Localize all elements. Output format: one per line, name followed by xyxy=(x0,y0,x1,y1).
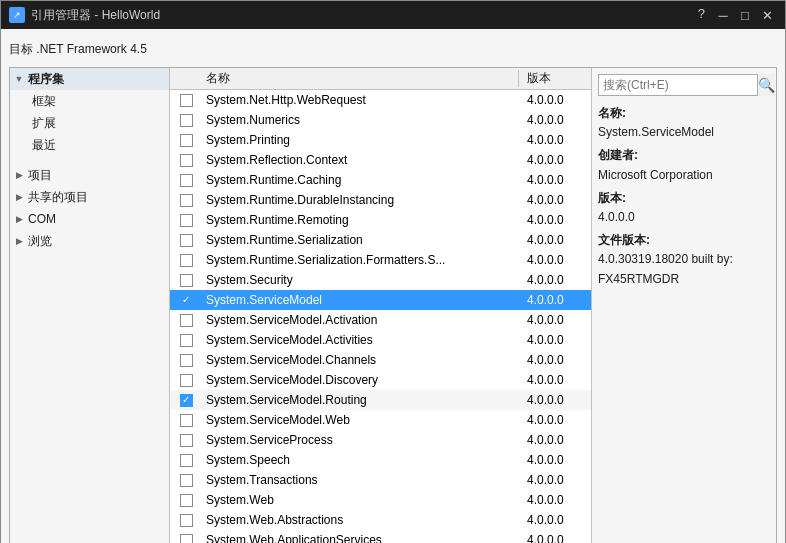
list-row[interactable]: ✓System.ServiceModel.Routing4.0.0.0 xyxy=(170,390,591,410)
list-row[interactable]: System.Security4.0.0.0 xyxy=(170,270,591,290)
row-name: System.Web xyxy=(202,493,519,507)
sidebar-label-com: COM xyxy=(28,212,56,226)
row-version: 4.0.0.0 xyxy=(519,353,591,367)
sidebar: ▼ 程序集 框架 扩展 最近 ▶ 项目 ▶ xyxy=(10,68,170,543)
sidebar-label-assemblies: 程序集 xyxy=(28,71,64,88)
list-row[interactable]: System.Net.Http.WebRequest4.0.0.0 xyxy=(170,90,591,110)
sidebar-label-browse: 浏览 xyxy=(28,233,52,250)
row-version: 4.0.0.0 xyxy=(519,113,591,127)
row-version: 4.0.0.0 xyxy=(519,153,591,167)
row-name: System.Runtime.Caching xyxy=(202,173,519,187)
row-version: 4.0.0.0 xyxy=(519,253,591,267)
list-row[interactable]: ✓System.ServiceModel4.0.0.0 xyxy=(170,290,591,310)
row-version: 4.0.0.0 xyxy=(519,293,591,307)
list-row[interactable]: System.Runtime.Serialization.Formatters.… xyxy=(170,250,591,270)
list-row[interactable]: System.Runtime.Remoting4.0.0.0 xyxy=(170,210,591,230)
checkbox-box xyxy=(180,254,193,267)
row-checkbox[interactable] xyxy=(170,174,202,187)
row-checkbox[interactable] xyxy=(170,354,202,367)
list-header: 名称 版本 xyxy=(170,68,591,90)
row-checkbox[interactable] xyxy=(170,454,202,467)
list-row[interactable]: System.Web.Abstractions4.0.0.0 xyxy=(170,510,591,530)
list-row[interactable]: System.ServiceModel.Activities4.0.0.0 xyxy=(170,330,591,350)
list-row[interactable]: System.Speech4.0.0.0 xyxy=(170,450,591,470)
row-checkbox[interactable] xyxy=(170,114,202,127)
sidebar-item-assemblies[interactable]: ▼ 程序集 xyxy=(10,68,169,90)
sidebar-item-com[interactable]: ▶ COM xyxy=(10,208,169,230)
row-checkbox[interactable]: ✓ xyxy=(170,294,202,307)
list-row[interactable]: System.Web4.0.0.0 xyxy=(170,490,591,510)
search-input[interactable] xyxy=(599,78,757,92)
sidebar-item-projects[interactable]: ▶ 项目 xyxy=(10,164,169,186)
checkbox-box xyxy=(180,214,193,227)
list-row[interactable]: System.ServiceModel.Discovery4.0.0.0 xyxy=(170,370,591,390)
row-version: 4.0.0.0 xyxy=(519,533,591,543)
row-name: System.Net.Http.WebRequest xyxy=(202,93,519,107)
row-checkbox[interactable] xyxy=(170,374,202,387)
row-checkbox[interactable] xyxy=(170,194,202,207)
row-checkbox[interactable] xyxy=(170,254,202,267)
close-button[interactable]: ✕ xyxy=(757,6,777,24)
row-checkbox[interactable]: ✓ xyxy=(170,394,202,407)
row-checkbox[interactable] xyxy=(170,434,202,447)
list-row[interactable]: System.ServiceProcess4.0.0.0 xyxy=(170,430,591,450)
sidebar-item-extensions[interactable]: 扩展 xyxy=(10,112,169,134)
sidebar-item-framework[interactable]: 框架 xyxy=(10,90,169,112)
row-checkbox[interactable] xyxy=(170,94,202,107)
checkbox-box xyxy=(180,334,193,347)
maximize-button[interactable]: □ xyxy=(735,6,755,24)
list-row[interactable]: System.ServiceModel.Channels4.0.0.0 xyxy=(170,350,591,370)
row-checkbox[interactable] xyxy=(170,134,202,147)
checkbox-box xyxy=(180,434,193,447)
list-row[interactable]: System.Transactions4.0.0.0 xyxy=(170,470,591,490)
list-row[interactable]: System.Web.ApplicationServices4.0.0.0 xyxy=(170,530,591,543)
row-version: 4.0.0.0 xyxy=(519,213,591,227)
checkbox-box xyxy=(180,94,193,107)
list-row[interactable]: System.Printing4.0.0.0 xyxy=(170,130,591,150)
row-name: System.ServiceModel.Discovery xyxy=(202,373,519,387)
list-row[interactable]: System.ServiceModel.Activation4.0.0.0 xyxy=(170,310,591,330)
checkbox-box xyxy=(180,354,193,367)
detail-version-label: 版本: xyxy=(598,189,770,208)
row-checkbox[interactable] xyxy=(170,474,202,487)
row-name: System.Speech xyxy=(202,453,519,467)
row-checkbox[interactable] xyxy=(170,334,202,347)
chevron-shared-icon: ▶ xyxy=(14,192,24,202)
chevron-com-icon: ▶ xyxy=(14,214,24,224)
right-panel: 🔍 名称: System.ServiceModel 创建者: Microsoft… xyxy=(591,68,776,543)
row-checkbox[interactable] xyxy=(170,234,202,247)
checkbox-box xyxy=(180,374,193,387)
list-row[interactable]: System.Reflection.Context4.0.0.0 xyxy=(170,150,591,170)
list-row[interactable]: System.Runtime.DurableInstancing4.0.0.0 xyxy=(170,190,591,210)
list-body[interactable]: System.Net.Http.WebRequest4.0.0.0System.… xyxy=(170,90,591,543)
detail-creator-value: Microsoft Corporation xyxy=(598,166,770,185)
list-row[interactable]: System.ServiceModel.Web4.0.0.0 xyxy=(170,410,591,430)
sidebar-label-extensions: 扩展 xyxy=(32,115,56,132)
row-name: System.ServiceProcess xyxy=(202,433,519,447)
row-checkbox[interactable] xyxy=(170,514,202,527)
checkbox-box xyxy=(180,314,193,327)
list-row[interactable]: System.Numerics4.0.0.0 xyxy=(170,110,591,130)
row-checkbox[interactable] xyxy=(170,274,202,287)
list-row[interactable]: System.Runtime.Caching4.0.0.0 xyxy=(170,170,591,190)
detail-section: 名称: System.ServiceModel 创建者: Microsoft C… xyxy=(598,104,770,293)
detail-name-value: System.ServiceModel xyxy=(598,123,770,142)
row-checkbox[interactable] xyxy=(170,534,202,544)
row-checkbox[interactable] xyxy=(170,494,202,507)
sidebar-item-recent[interactable]: 最近 xyxy=(10,134,169,156)
row-name: System.Printing xyxy=(202,133,519,147)
sidebar-label-shared: 共享的项目 xyxy=(28,189,88,206)
sidebar-item-shared[interactable]: ▶ 共享的项目 xyxy=(10,186,169,208)
row-checkbox[interactable] xyxy=(170,314,202,327)
row-name: System.Web.Abstractions xyxy=(202,513,519,527)
row-version: 4.0.0.0 xyxy=(519,413,591,427)
sidebar-item-browse[interactable]: ▶ 浏览 xyxy=(10,230,169,252)
search-bar: 🔍 xyxy=(598,74,770,96)
row-checkbox[interactable] xyxy=(170,154,202,167)
col-name-header: 名称 xyxy=(170,70,519,87)
search-button[interactable]: 🔍 xyxy=(757,74,775,96)
minimize-button[interactable]: ─ xyxy=(713,6,733,24)
row-checkbox[interactable] xyxy=(170,214,202,227)
list-row[interactable]: System.Runtime.Serialization4.0.0.0 xyxy=(170,230,591,250)
row-checkbox[interactable] xyxy=(170,414,202,427)
